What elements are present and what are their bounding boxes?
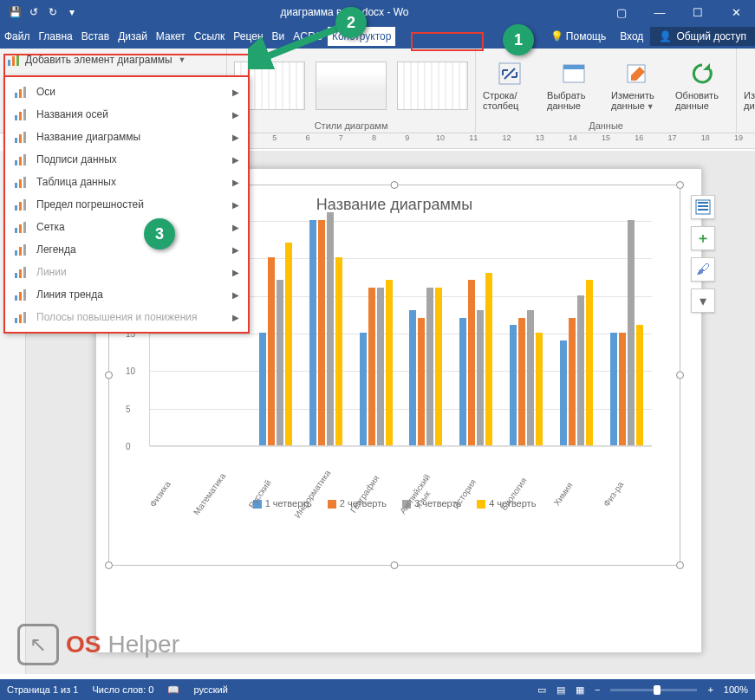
status-word-count[interactable]: Число слов: 0 xyxy=(92,684,153,695)
bar[interactable] xyxy=(518,318,525,445)
refresh-data-button[interactable]: Обновить данные xyxy=(675,60,729,111)
ruler-tick: 18 xyxy=(689,133,722,142)
ribbon-options-icon[interactable]: ▢ xyxy=(602,6,641,19)
resize-handle[interactable] xyxy=(676,181,684,189)
bar[interactable] xyxy=(586,280,593,445)
ruler-tick: 11 xyxy=(457,133,490,142)
zoom-in-icon[interactable]: + xyxy=(707,684,713,695)
menu-item[interactable]: Названия осей▶ xyxy=(5,103,248,126)
group-type: Изменить тип диаграммы Тип xyxy=(737,49,755,133)
bar[interactable] xyxy=(409,310,416,445)
bar[interactable] xyxy=(377,288,384,445)
select-data-button[interactable]: Выбрать данные xyxy=(547,60,601,111)
bar[interactable] xyxy=(569,318,576,445)
share-button[interactable]: 👤 Общий доступ xyxy=(650,27,755,46)
tell-me[interactable]: 💡 Помощь xyxy=(543,27,614,46)
view-read-mode-icon[interactable]: ▭ xyxy=(537,684,546,696)
bar[interactable] xyxy=(527,310,534,445)
tab-insert[interactable]: Встав xyxy=(77,27,114,46)
switch-row-col-button[interactable]: Строка/ столбец xyxy=(483,60,537,111)
tab-references[interactable]: Ссылк xyxy=(190,27,230,46)
chart-filters-button[interactable]: ▾ xyxy=(691,288,715,313)
bar[interactable] xyxy=(510,325,517,445)
chart-styles-button[interactable]: 🖌 xyxy=(691,257,715,282)
sign-in[interactable]: Вход xyxy=(613,27,650,46)
menu-item[interactable]: Сетка▶ xyxy=(5,216,248,238)
bar[interactable] xyxy=(386,280,393,445)
submenu-arrow-icon: ▶ xyxy=(232,133,239,142)
menu-item[interactable]: Таблица данных▶ xyxy=(5,171,248,193)
bar[interactable] xyxy=(477,310,484,445)
chart-style-thumb-3[interactable] xyxy=(397,62,468,110)
close-icon[interactable]: ✕ xyxy=(717,6,755,19)
menu-item[interactable]: Подписи данных▶ xyxy=(5,148,248,171)
bar[interactable] xyxy=(560,340,567,445)
bar[interactable] xyxy=(327,212,334,445)
status-proofing-icon[interactable]: 📖 xyxy=(167,684,179,696)
bar[interactable] xyxy=(285,243,292,445)
view-web-layout-icon[interactable]: ▦ xyxy=(576,684,584,696)
bar[interactable] xyxy=(268,257,275,445)
resize-handle[interactable] xyxy=(676,372,684,379)
bar[interactable] xyxy=(536,333,543,445)
bar[interactable] xyxy=(259,333,266,445)
zoom-out-icon[interactable]: − xyxy=(595,684,600,695)
bar[interactable] xyxy=(335,257,342,445)
chart-elements-button[interactable]: ＋ xyxy=(691,226,715,250)
redo-icon[interactable]: ↻ xyxy=(47,6,59,18)
bar[interactable] xyxy=(418,318,425,445)
svg-rect-26 xyxy=(19,202,22,211)
bar[interactable] xyxy=(360,333,367,445)
svg-rect-5 xyxy=(563,65,584,69)
menu-item-label: Легенда xyxy=(36,243,76,256)
tab-design[interactable]: Дизай xyxy=(114,27,152,46)
watermark-logo: ↖ OS Helper xyxy=(17,624,179,665)
bar[interactable] xyxy=(468,280,475,445)
edit-data-button[interactable]: Изменить данные▼ xyxy=(611,60,665,111)
resize-handle[interactable] xyxy=(105,561,113,569)
bar[interactable] xyxy=(426,288,433,445)
bar[interactable] xyxy=(636,325,643,445)
tab-file[interactable]: Файл xyxy=(0,27,35,46)
menu-item[interactable]: Линия тренда▶ xyxy=(5,283,248,306)
bar[interactable] xyxy=(628,220,635,445)
change-chart-type-button[interactable]: Изменить тип диаграммы xyxy=(744,60,755,111)
bar[interactable] xyxy=(459,318,466,445)
resize-handle[interactable] xyxy=(391,181,399,189)
chart-icon xyxy=(14,107,28,121)
zoom-level[interactable]: 100% xyxy=(724,684,748,695)
view-print-layout-icon[interactable]: ▤ xyxy=(556,684,565,696)
zoom-slider[interactable] xyxy=(610,689,697,691)
chart-icon xyxy=(14,130,28,144)
bar[interactable] xyxy=(309,220,316,445)
resize-handle[interactable] xyxy=(676,561,684,569)
maximize-icon[interactable]: ☐ xyxy=(679,6,717,19)
menu-item[interactable]: Оси▶ xyxy=(5,81,248,103)
bar[interactable] xyxy=(577,295,584,445)
bar[interactable] xyxy=(277,280,283,445)
menu-item[interactable]: Название диаграммы▶ xyxy=(5,126,248,148)
bar[interactable] xyxy=(368,288,375,445)
undo-icon[interactable]: ↺ xyxy=(28,6,40,18)
svg-rect-35 xyxy=(19,269,22,278)
minimize-icon[interactable]: ― xyxy=(641,6,679,19)
menu-item-label: Подписи данных xyxy=(36,153,117,165)
resize-handle[interactable] xyxy=(391,561,399,569)
resize-handle[interactable] xyxy=(105,372,113,379)
bar[interactable] xyxy=(485,273,492,445)
qat-customize-icon[interactable]: ▾ xyxy=(66,6,78,18)
tab-home[interactable]: Главна xyxy=(35,27,77,46)
bar[interactable] xyxy=(619,333,626,445)
tab-layout[interactable]: Макет xyxy=(152,27,190,46)
save-icon[interactable]: 💾 xyxy=(9,6,21,18)
layout-options-button[interactable] xyxy=(691,195,715,219)
menu-item[interactable]: Предел погрешностей▶ xyxy=(5,193,248,216)
x-axis-tick-label: Русский xyxy=(241,471,285,523)
bar[interactable] xyxy=(610,333,617,445)
status-page[interactable]: Страница 1 из 1 xyxy=(7,684,78,695)
bar[interactable] xyxy=(318,220,325,445)
bar[interactable] xyxy=(435,288,442,445)
status-language[interactable]: русский xyxy=(193,684,227,695)
ruler-tick: 12 xyxy=(490,133,523,142)
menu-item[interactable]: Легенда▶ xyxy=(5,238,248,261)
